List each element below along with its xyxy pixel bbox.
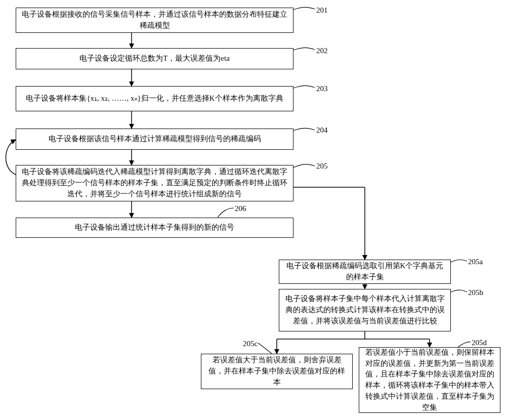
step-205b: 电子设备将样本子集中每个样本代入计算离散字典的表达式的转换式计算该样本在转换式中… [279,289,451,331]
label-201: 201 [316,6,328,15]
label-206: 206 [235,204,246,213]
step-205d: 若误差值小于当前误差值，则保留样本对应的误差值，并更新为第一当前误差值，且在样本… [359,347,500,413]
step-204-text: 电子设备根据该信号样本通过计算稀疏模型得到信号的稀疏编码 [49,134,261,145]
label-203: 203 [316,85,328,93]
label-205d: 205d [472,339,487,347]
step-205-text: 电子设备将该稀疏编码迭代入稀疏模型计算得到离散字典，通过循环迭代离散字典处理得到… [20,166,289,199]
step-205a: 电子设备根据稀疏编码选取引用第K个字典基元的样本子集 [279,260,451,284]
label-205a: 205a [468,258,483,266]
step-203: 电子设备将样本集{x₁, x₂, ……, xₙ}归一化，并任意选择K个样本作为离… [16,86,293,111]
step-205c-text: 若误差值大于当前误差值，则舍弃误差值，并在样本子集中除去误差值对应的样本 [205,355,348,388]
label-205c: 205c [243,340,258,348]
step-201-text: 电子设备根据接收的信号采集信号样本，并通过该信号样本的数据分布特征建立稀疏模型 [20,9,289,31]
step-205c: 若误差值大于当前误差值，则舍弃误差值，并在样本子集中除去误差值对应的样本 [201,354,353,389]
label-205b: 205b [468,288,483,297]
label-204: 204 [316,126,328,135]
label-202: 202 [316,47,328,55]
step-206-text: 电子设备输出通过统计样本子集得到的新的信号 [75,222,234,233]
label-205: 205 [316,162,328,171]
step-205a-text: 电子设备根据稀疏编码选取引用第K个字典基元的样本子集 [283,261,446,283]
step-206: 电子设备输出通过统计样本子集得到的新的信号 [16,218,293,238]
step-202-text: 电子设备设定循环总数为T，最大误差值为eta [79,53,230,64]
step-201: 电子设备根据接收的信号采集信号样本，并通过该信号样本的数据分布特征建立稀疏模型 [16,8,293,33]
step-203-text: 电子设备将样本集{x₁, x₂, ……, xₙ}归一化，并任意选择K个样本作为离… [26,93,283,104]
step-202: 电子设备设定循环总数为T，最大误差值为eta [16,48,293,69]
step-205b-text: 电子设备将样本子集中每个样本代入计算离散字典的表达式的转换式计算该样本在转换式中… [283,293,446,326]
step-205: 电子设备将该稀疏编码迭代入稀疏模型计算得到离散字典，通过循环迭代离散字典处理得到… [16,165,293,201]
step-205d-text: 若误差值小于当前误差值，则保留样本对应的误差值，并更新为第一当前误差值，且在样本… [363,347,496,413]
step-204: 电子设备根据该信号样本通过计算稀疏模型得到信号的稀疏编码 [16,129,293,150]
